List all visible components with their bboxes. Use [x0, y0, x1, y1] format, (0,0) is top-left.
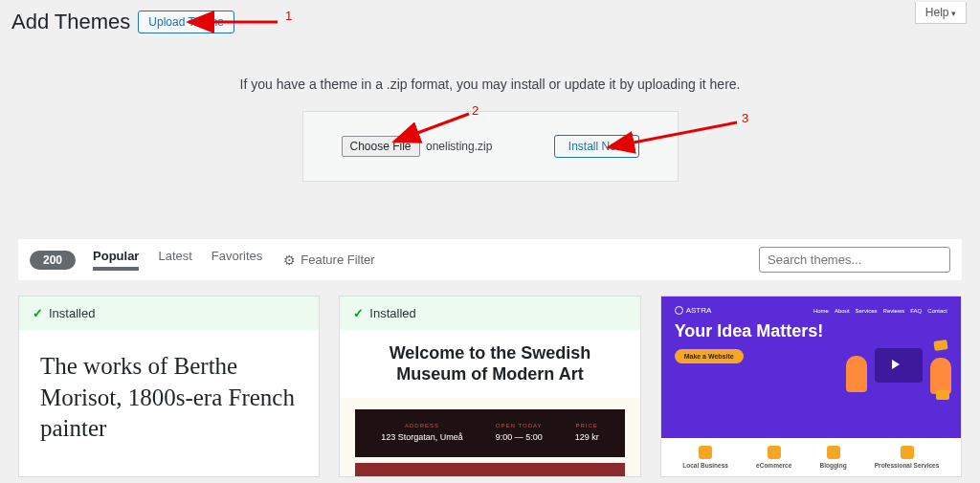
check-icon: ✓ — [33, 306, 43, 320]
info-value: 129 kr — [575, 432, 599, 442]
menu-item: Contact — [927, 308, 947, 314]
category-item: eCommerce — [756, 446, 791, 469]
tab-favorites[interactable]: Favorites — [212, 249, 262, 271]
feature-filter-button[interactable]: Feature Filter — [283, 252, 374, 268]
info-value: 123 Storgatan, Umeå — [381, 432, 463, 442]
theme-preview: ASTRA Home About Services Reviews FAQ Co… — [661, 296, 961, 476]
gear-icon — [283, 252, 296, 268]
preview-menu: Home About Services Reviews FAQ Contact — [813, 308, 947, 314]
search-input[interactable] — [759, 247, 950, 273]
selected-filename: onelisting.zip — [426, 140, 492, 153]
preview-logo: ASTRA — [675, 306, 712, 315]
filter-bar: 200 Popular Latest Favorites Feature Fil… — [18, 239, 962, 280]
info-value: 9:00 — 5:00 — [496, 432, 543, 442]
theme-preview: Welcome to the Swedish Museum of Modern … — [340, 330, 639, 477]
help-button[interactable]: Help — [915, 2, 967, 24]
installed-label: Installed — [369, 306, 415, 320]
theme-card[interactable]: ✓ Installed The works of Berthe Morisot,… — [18, 296, 320, 477]
tab-popular[interactable]: Popular — [93, 249, 139, 271]
tab-latest[interactable]: Latest — [158, 249, 191, 271]
theme-preview-title: The works of Berthe Morisot, 1800s-era F… — [40, 351, 298, 445]
play-icon — [892, 360, 900, 369]
menu-item: Home — [813, 308, 829, 314]
page-title: Add Themes — [11, 10, 130, 34]
preview-image-strip — [355, 463, 624, 477]
installed-badge: ✓ Installed — [340, 296, 639, 330]
check-icon: ✓ — [353, 306, 364, 320]
preview-illustration — [846, 331, 951, 407]
upload-instruction: If you have a theme in a .zip format, yo… — [0, 77, 980, 92]
category-icon — [768, 446, 781, 459]
upload-theme-button[interactable]: Upload Theme — [138, 11, 234, 33]
category-item: Blogging — [819, 446, 846, 469]
theme-count-badge: 200 — [30, 251, 76, 270]
upload-section: If you have a theme in a .zip format, yo… — [0, 77, 980, 182]
installed-label: Installed — [49, 306, 95, 320]
info-label: ADDRESS — [381, 423, 463, 428]
upload-form: Choose File onelisting.zip Install Now — [302, 111, 679, 182]
category-icon — [827, 446, 840, 459]
info-label: PRICE — [575, 423, 599, 428]
menu-item: Reviews — [883, 308, 905, 314]
menu-item: About — [835, 308, 850, 314]
theme-card[interactable]: ASTRA Home About Services Reviews FAQ Co… — [660, 296, 962, 477]
category-item: Professional Services — [875, 446, 940, 469]
choose-file-button[interactable]: Choose File — [342, 136, 420, 157]
feature-filter-label: Feature Filter — [301, 252, 374, 267]
info-label: OPEN TODAY — [496, 423, 543, 428]
category-icon — [699, 446, 712, 459]
installed-badge: ✓ Installed — [19, 296, 319, 330]
category-icon — [901, 446, 914, 459]
menu-item: FAQ — [910, 308, 922, 314]
page-header: Add Themes Upload Theme — [0, 0, 980, 38]
filter-tabs: Popular Latest Favorites — [93, 249, 262, 271]
logo-text: ASTRA — [686, 306, 712, 315]
theme-preview-title: Welcome to the Swedish Museum of Modern … — [368, 343, 611, 384]
theme-preview: The works of Berthe Morisot, 1800s-era F… — [19, 330, 319, 466]
install-now-button[interactable]: Install Now — [554, 135, 639, 158]
category-item: Local Business — [682, 446, 728, 469]
logo-icon — [675, 306, 683, 315]
menu-item: Services — [856, 308, 878, 314]
themes-grid: ✓ Installed The works of Berthe Morisot,… — [0, 280, 980, 477]
theme-card[interactable]: ✓ Installed Welcome to the Swedish Museu… — [339, 296, 640, 477]
preview-cta: Make a Website — [675, 349, 744, 363]
